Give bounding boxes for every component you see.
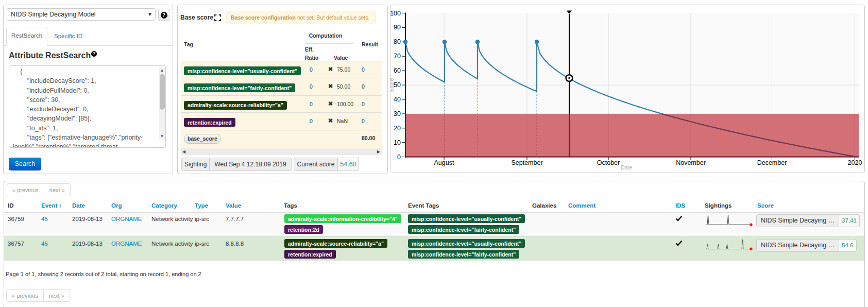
svg-text:August: August [434, 159, 454, 166]
svg-text:90: 90 [394, 24, 401, 31]
svg-text:Date: Date [621, 164, 632, 170]
svg-text:20: 20 [394, 125, 401, 132]
svg-text:December: December [757, 159, 787, 166]
svg-text:100: 100 [390, 10, 401, 17]
svg-text:40: 40 [394, 96, 401, 103]
svg-text:2020: 2020 [848, 159, 862, 166]
svg-text:0: 0 [397, 154, 401, 161]
svg-text:November: November [676, 159, 706, 166]
svg-text:October: October [597, 159, 620, 166]
svg-text:10: 10 [394, 139, 401, 146]
svg-text:Score: Score [390, 78, 395, 92]
svg-text:80: 80 [394, 38, 401, 45]
svg-text:60: 60 [394, 67, 401, 74]
svg-text:September: September [511, 159, 542, 166]
svg-text:30: 30 [394, 110, 401, 117]
svg-text:50: 50 [394, 81, 401, 89]
svg-text:70: 70 [394, 53, 401, 60]
